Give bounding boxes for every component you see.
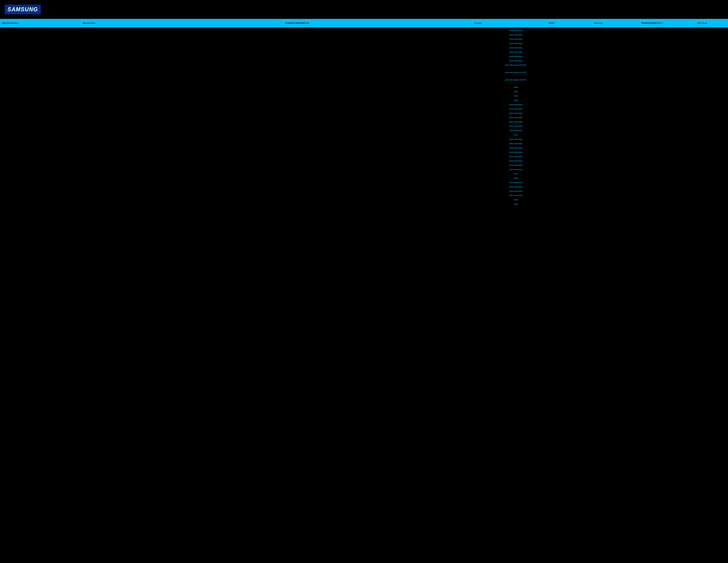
table-row: price decrease <box>2 28 726 32</box>
change-cell: price decrease <box>458 55 574 57</box>
table-row: price decrease <box>2 41 726 45</box>
change-cell: New <box>458 86 574 88</box>
table-row: price decrease <box>2 32 726 37</box>
change-value: price decrease <box>509 103 522 106</box>
change-cell: price decrease and EOL <box>458 64 574 66</box>
change-cell: price decrease <box>458 34 574 36</box>
table-row: price decrease <box>2 193 726 197</box>
change-value: price decrease <box>509 147 522 149</box>
change-cell: price decrease <box>458 38 574 40</box>
change-cell: price decrease <box>458 59 574 62</box>
change-cell: price decrease <box>458 194 574 196</box>
change-cell: price decrease and EOL <box>458 79 574 81</box>
change-cell: price decrease <box>458 185 574 188</box>
change-cell: New <box>458 99 574 101</box>
change-value: price decrease <box>509 138 522 140</box>
table-row: price decrease <box>2 128 726 133</box>
change-cell: price decrease <box>458 51 574 53</box>
col-header-upc: UPC Code <box>679 22 726 24</box>
change-cell: New <box>458 198 574 201</box>
change-value: price decrease <box>509 121 522 123</box>
table-row: price decrease <box>2 124 726 128</box>
table-row: price decrease <box>2 102 726 107</box>
change-cell: price decrease <box>458 151 574 153</box>
change-cell: price decrease <box>458 42 574 44</box>
change-cell: price decrease <box>458 168 574 171</box>
change-value: price decrease <box>509 181 522 183</box>
table-row: price decrease <box>2 158 726 163</box>
table-row: price decrease <box>2 54 726 58</box>
change-value: price decrease <box>509 108 522 110</box>
change-cell: New <box>458 177 574 179</box>
col-header-manufacturer: Manufacturer <box>83 22 170 24</box>
change-cell: price decrease <box>458 121 574 123</box>
table-row: price decrease <box>2 137 726 141</box>
change-value: price decrease <box>509 42 522 44</box>
change-value: price decrease <box>509 34 522 36</box>
change-cell: price decrease <box>458 181 574 183</box>
samsung-logo: SAMSUNG <box>5 5 41 14</box>
table-row: New <box>2 98 726 102</box>
change-value: price decrease and EOL <box>505 79 527 81</box>
table-row: New <box>2 85 726 89</box>
table-row: price decrease <box>2 120 726 124</box>
change-cell: price decrease <box>458 116 574 119</box>
change-value: New <box>514 177 518 179</box>
change-cell: price decrease <box>458 190 574 192</box>
table-body: price decreaseprice decreaseprice decrea… <box>0 27 728 207</box>
change-value: price decrease <box>509 168 522 171</box>
col-header-shipping: Shipping Weight (lbs.) <box>625 22 679 24</box>
change-value: New <box>514 203 518 205</box>
table-header: Mfg Part Number Manufacturer PRODUCT DES… <box>0 19 728 27</box>
change-cell: price decrease and EOL <box>458 71 574 74</box>
col-header-mfg: Mfg Part Number <box>2 22 83 24</box>
table-row <box>2 74 726 78</box>
table-row: price decrease <box>2 184 726 189</box>
change-cell: price decrease <box>458 147 574 149</box>
change-value: New <box>514 95 518 97</box>
change-cell: price decrease <box>458 112 574 114</box>
col-header-msrp: MSRP <box>531 22 572 24</box>
change-cell: EOL <box>458 134 574 136</box>
change-value: price decrease <box>509 185 522 188</box>
change-cell: price decrease <box>458 29 574 32</box>
change-value: price decrease <box>509 112 522 114</box>
change-value: price decrease <box>509 59 522 62</box>
change-value: price decrease <box>509 151 522 153</box>
change-value: price decrease <box>509 125 522 127</box>
change-cell: price decrease <box>458 103 574 106</box>
change-cell: price decrease <box>458 108 574 110</box>
change-value: price decrease <box>509 142 522 145</box>
change-cell: price decrease <box>458 46 574 49</box>
table-row: New <box>2 197 726 202</box>
table-row: price decrease and EOL <box>2 70 726 74</box>
table-row: price decrease <box>2 115 726 120</box>
table-row: price decrease <box>2 58 726 63</box>
table-row: price decrease <box>2 145 726 150</box>
change-cell: price decrease <box>458 164 574 166</box>
change-value: price decrease <box>509 55 522 57</box>
header-section: SAMSUNG <box>0 0 728 17</box>
change-value: price decrease <box>509 129 522 132</box>
table-row: price decrease <box>2 50 726 54</box>
change-value: New <box>514 86 518 88</box>
table-row <box>2 82 726 85</box>
change-value: price decrease <box>509 164 522 166</box>
table-row: price decrease <box>2 180 726 184</box>
change-value: price decrease and EOL <box>505 64 527 66</box>
change-cell: New <box>458 203 574 205</box>
change-cell: price decrease <box>458 125 574 127</box>
change-value: New <box>514 90 518 93</box>
table-row: price decrease <box>2 154 726 158</box>
change-value: price decrease <box>509 38 522 40</box>
table-row: New <box>2 176 726 180</box>
table-row: New <box>2 202 726 206</box>
change-value: price decrease <box>509 160 522 162</box>
change-value: New <box>514 99 518 101</box>
table-row: price decrease <box>2 167 726 171</box>
table-row: price decrease <box>2 189 726 193</box>
change-value: price decrease <box>509 51 522 53</box>
table-row <box>2 67 726 70</box>
change-cell: price decrease <box>458 142 574 145</box>
change-value: price decrease <box>509 155 522 158</box>
